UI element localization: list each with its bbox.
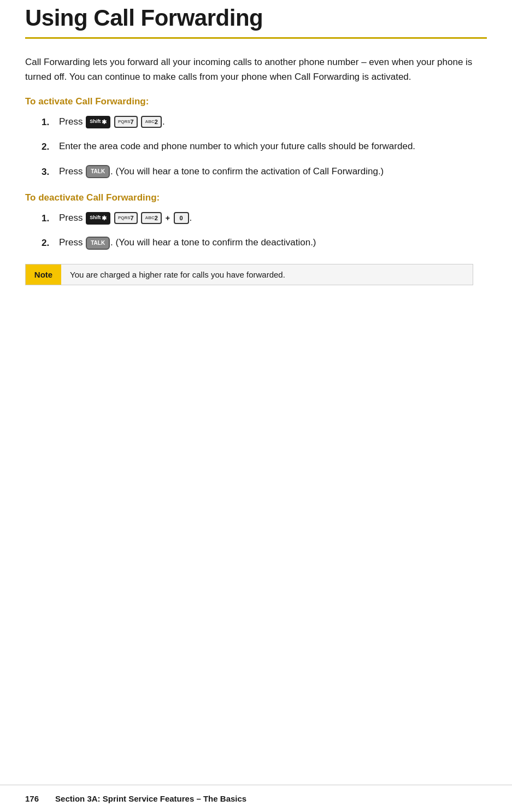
page-title: Using Call Forwarding (25, 0, 487, 37)
footer-section-label: Section 3A: Sprint Service Features – Th… (55, 794, 246, 803)
abc2-key-deact: ABC2 (141, 212, 161, 224)
intro-text: Call Forwarding lets you forward all you… (25, 55, 473, 84)
shift-star-key-deact: Shift ✱ (86, 212, 110, 225)
plus-sign: + (166, 214, 170, 222)
title-underline (25, 37, 487, 39)
step-number-3: 3. (42, 164, 59, 179)
deactivate-step-number-1: 1. (42, 211, 59, 226)
activate-steps-list: 1. Press Shift ✱ PQRS7 ABC2. 2. Enter th… (42, 115, 487, 179)
step-content-1: Press Shift ✱ PQRS7 ABC2. (59, 115, 487, 129)
step-number-1: 1. (42, 115, 59, 130)
pqrs7-key-deact: PQRS7 (114, 212, 138, 224)
activate-header: To activate Call Forwarding: (25, 96, 487, 107)
deactivate-step-content-1: Press Shift ✱ PQRS7 ABC2 + 0. (59, 211, 487, 225)
note-content: You are charged a higher rate for calls … (61, 264, 473, 285)
deactivate-step-2: 2. Press TALK. (You will hear a tone to … (42, 236, 487, 250)
deactivate-header: To deactivate Call Forwarding: (25, 192, 487, 203)
talk-key-deactivate: TALK (86, 237, 110, 250)
shift-star-key: Shift ✱ (86, 116, 110, 128)
page-container: Using Call Forwarding Call Forwarding le… (0, 0, 512, 329)
abc2-key: ABC2 (141, 116, 161, 128)
note-box: Note You are charged a higher rate for c… (25, 264, 473, 285)
activate-step-3: 3. Press TALK. (You will hear a tone to … (42, 164, 487, 179)
deactivate-steps-list: 1. Press Shift ✱ PQRS7 ABC2 + 0. 2. Pres… (42, 211, 487, 251)
deactivate-step-number-2: 2. (42, 236, 59, 250)
footer-page-number: 176 (25, 794, 39, 803)
note-label: Note (26, 264, 61, 285)
activate-step-2: 2. Enter the area code and phone number … (42, 139, 487, 154)
pqrs7-key: PQRS7 (114, 116, 138, 128)
step-content-3: Press TALK. (You will hear a tone to con… (59, 164, 487, 179)
deactivate-step-1: 1. Press Shift ✱ PQRS7 ABC2 + 0. (42, 211, 487, 226)
footer-bar: 176 Section 3A: Sprint Service Features … (0, 785, 512, 812)
talk-key-activate: TALK (86, 165, 110, 178)
step-content-2: Enter the area code and phone number to … (59, 139, 487, 154)
activate-step-1: 1. Press Shift ✱ PQRS7 ABC2. (42, 115, 487, 130)
deactivate-step-content-2: Press TALK. (You will hear a tone to con… (59, 236, 487, 250)
zero-key: 0 (174, 212, 189, 224)
step-number-2: 2. (42, 139, 59, 154)
